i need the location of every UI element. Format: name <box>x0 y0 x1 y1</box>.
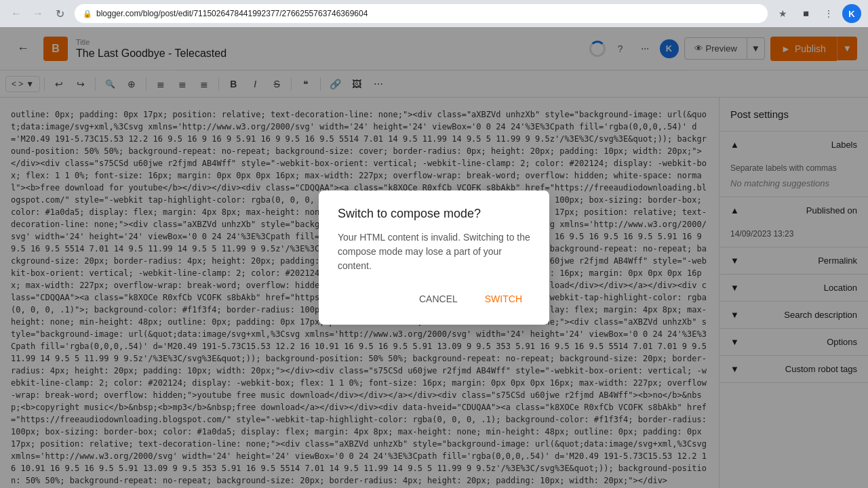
lock-icon: 🔒 <box>83 9 92 18</box>
back-button[interactable]: ← <box>7 4 26 23</box>
dialog-actions: CANCEL SWITCH <box>338 289 530 308</box>
star-button[interactable]: ★ <box>773 4 792 23</box>
cancel-button[interactable]: CANCEL <box>411 289 466 308</box>
url-text: blogger.com/blog/post/edit/7115026478441… <box>96 9 368 18</box>
browser-menu-button[interactable]: ⋮ <box>819 4 838 23</box>
switch-button[interactable]: SWITCH <box>477 289 530 308</box>
dialog-body: Your HTML content is invalid. Switching … <box>338 230 530 273</box>
nav-buttons: ← → ↻ <box>7 4 69 23</box>
compose-mode-dialog: Switch to compose mode? Your HTML conten… <box>319 190 549 325</box>
forward-button[interactable]: → <box>28 4 47 23</box>
browser-chrome: ← → ↻ 🔒 blogger.com/blog/post/edit/71150… <box>0 0 868 27</box>
browser-actions: ★ ◾ ⋮ K <box>773 4 861 23</box>
cast-button[interactable]: ◾ <box>796 4 815 23</box>
profile-avatar[interactable]: K <box>842 4 861 23</box>
dialog-overlay: Switch to compose mode? Your HTML conten… <box>0 27 868 488</box>
address-bar[interactable]: 🔒 blogger.com/blog/post/edit/71150264784… <box>75 4 768 23</box>
dialog-title: Switch to compose mode? <box>338 207 530 221</box>
reload-button[interactable]: ↻ <box>50 4 69 23</box>
